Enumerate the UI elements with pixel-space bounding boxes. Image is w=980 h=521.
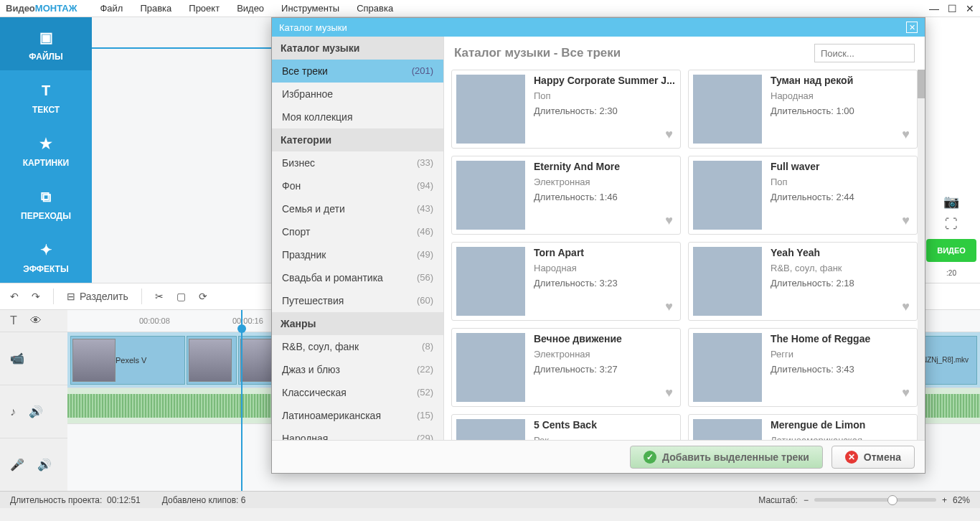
menu-tools[interactable]: Инструменты — [273, 3, 348, 14]
track-card[interactable]: Туман над рекой Народная Длительность: 1… — [688, 70, 918, 149]
video-clip[interactable]: Pexels V — [70, 336, 185, 385]
category-label: Джаз и блюз — [282, 364, 340, 375]
catalog-category-item[interactable]: Спорт(46) — [272, 220, 443, 243]
music-catalog-modal: Каталог музыки ✕ Каталог музыкиВсе треки… — [271, 17, 925, 474]
track-title: Full waver — [771, 161, 854, 172]
zoom-in-button[interactable]: + — [942, 495, 947, 505]
record-video-button[interactable]: ВИДЕО — [926, 239, 976, 262]
track-card[interactable]: Full waver Поп Длительность: 2:44 ♥ — [688, 156, 918, 235]
zoom-value: 62% — [953, 495, 970, 505]
track-card[interactable]: The Home of Reggae Регги Длительность: 3… — [688, 328, 918, 407]
cut-button[interactable]: ✂ — [155, 291, 164, 302]
app-logo: ВидеоМОНТАЖ — [6, 3, 77, 14]
speaker-icon[interactable]: 🔊 — [29, 405, 43, 418]
sidebar-tab-text[interactable]: TТЕКСТ — [0, 70, 92, 123]
mic-track-icon[interactable]: 🎤 — [10, 458, 24, 471]
track-card[interactable]: Happy Corporate Summer J... Поп Длительн… — [451, 70, 681, 149]
scrollbar[interactable] — [918, 70, 925, 440]
close-icon[interactable]: ✕ — [966, 3, 974, 14]
maximize-icon[interactable]: ☐ — [948, 3, 957, 14]
favorite-icon[interactable]: ♥ — [665, 213, 673, 228]
video-clip[interactable] — [187, 336, 237, 385]
track-info: Happy Corporate Summer J... Поп Длительн… — [525, 75, 675, 144]
sidebar-tab-transitions[interactable]: ⧉ПЕРЕХОДЫ — [0, 177, 92, 230]
favorite-icon[interactable]: ♥ — [902, 385, 910, 400]
cancel-icon: ✕ — [845, 451, 858, 464]
fullscreen-icon[interactable]: ⛶ — [945, 217, 958, 232]
minimize-icon[interactable]: — — [929, 3, 939, 14]
track-duration: Длительность: 3:27 — [534, 364, 622, 375]
clips-count: Добавлено клипов: 6 — [162, 495, 246, 505]
sidebar-tab-files[interactable]: ▣ФАЙЛЫ — [0, 17, 92, 70]
sidebar-tab-pictures[interactable]: ★КАРТИНКИ — [0, 123, 92, 177]
category-label: Фон — [282, 180, 301, 192]
track-info: The Home of Reggae Регги Длительность: 3… — [762, 333, 870, 402]
video-track-icon[interactable]: 📹 — [10, 352, 24, 365]
search-input[interactable] — [814, 44, 915, 62]
snapshot-icon[interactable]: 📷 — [943, 194, 959, 210]
catalog-category-item[interactable]: Семья и дети(43) — [272, 197, 443, 220]
project-duration: Длительность проекта: 00:12:51 — [10, 495, 141, 505]
split-button[interactable]: ⊟ Разделить — [67, 291, 128, 302]
zoom-out-button[interactable]: − — [804, 495, 809, 505]
favorite-icon[interactable]: ♥ — [902, 299, 910, 314]
redo-button[interactable]: ↷ — [32, 291, 40, 302]
audio-track-icon[interactable]: ♪ — [10, 405, 16, 418]
text-track-icon[interactable]: T — [10, 314, 17, 327]
favorite-icon[interactable]: ♥ — [902, 213, 910, 228]
video-clip[interactable]: NZNj_R8].mkv — [920, 336, 977, 385]
menu-edit[interactable]: Правка — [131, 3, 180, 14]
favorite-icon[interactable]: ♥ — [902, 127, 910, 142]
category-label: Все треки — [282, 65, 328, 77]
catalog-category-item[interactable]: Свадьба и романтика(56) — [272, 266, 443, 289]
wand-icon: ✦ — [34, 238, 57, 261]
catalog-category-item[interactable]: Избранное — [272, 83, 443, 105]
ruler-tick: 00:00:16 — [232, 316, 263, 325]
category-label: Избранное — [282, 88, 333, 100]
text-icon: T — [34, 79, 57, 102]
favorite-icon[interactable]: ♥ — [665, 127, 673, 142]
zoom-slider[interactable] — [814, 498, 936, 502]
track-card[interactable]: 5 Cents Back Рок Длительность: 2:06 ♥ — [451, 414, 681, 440]
favorite-icon[interactable]: ♥ — [665, 385, 673, 400]
track-card[interactable]: Torn Apart Народная Длительность: 3:23 ♥ — [451, 242, 681, 321]
menu-video[interactable]: Видео — [228, 3, 273, 14]
timecode: :20 — [946, 269, 956, 277]
sidebar-tab-effects[interactable]: ✦ЭФФЕКТЫ — [0, 230, 92, 283]
track-title: Merengue de Limon — [771, 419, 865, 431]
catalog-category-item[interactable]: Путешествия(60) — [272, 289, 443, 312]
category-label: Моя коллекция — [282, 111, 353, 123]
track-card[interactable]: Eternity And More Электронная Длительнос… — [451, 156, 681, 235]
modal-close-button[interactable]: ✕ — [906, 22, 918, 33]
ruler-tick: 00:00:08 — [139, 316, 170, 325]
catalog-category-item[interactable]: Фон(94) — [272, 174, 443, 197]
menu-file[interactable]: Файл — [91, 3, 131, 14]
track-card[interactable]: Вечное движение Электронная Длительность… — [451, 328, 681, 407]
catalog-category-item[interactable]: R&B, соул, фанк(8) — [272, 335, 443, 358]
menu-project[interactable]: Проект — [180, 3, 228, 14]
track-genre: R&B, соул, фанк — [771, 263, 854, 273]
catalog-category-item[interactable]: Народная(29) — [272, 427, 443, 440]
speaker-icon[interactable]: 🔊 — [37, 458, 52, 471]
catalog-category-item[interactable]: Джаз и блюз(22) — [272, 358, 443, 381]
catalog-category-item[interactable]: Моя коллекция — [272, 105, 443, 128]
menu-help[interactable]: Справка — [348, 3, 402, 14]
catalog-category-item[interactable]: Все треки(201) — [272, 60, 443, 83]
check-icon: ✓ — [644, 451, 656, 464]
catalog-category-item[interactable]: Бизнес(33) — [272, 151, 443, 174]
playhead[interactable] — [241, 310, 242, 491]
modal-titlebar[interactable]: Каталог музыки ✕ — [272, 18, 925, 37]
rotate-button[interactable]: ⟳ — [199, 291, 207, 302]
track-card[interactable]: Merengue de Limon Латиноамериканская ♥ — [688, 414, 918, 440]
crop-button[interactable]: ▢ — [176, 291, 186, 302]
catalog-category-item[interactable]: Классическая(52) — [272, 381, 443, 404]
cancel-button[interactable]: ✕Отмена — [831, 446, 915, 469]
favorite-icon[interactable]: ♥ — [665, 299, 673, 314]
eye-icon[interactable]: 👁 — [30, 314, 42, 327]
track-card[interactable]: Yeah Yeah R&B, соул, фанк Длительность: … — [688, 242, 918, 321]
add-tracks-button[interactable]: ✓Добавить выделенные треки — [630, 446, 823, 469]
undo-button[interactable]: ↶ — [10, 291, 19, 302]
catalog-category-item[interactable]: Праздник(49) — [272, 243, 443, 266]
catalog-category-item[interactable]: Латиноамериканская(15) — [272, 404, 443, 427]
catalog-section-head: Категории — [272, 128, 443, 151]
